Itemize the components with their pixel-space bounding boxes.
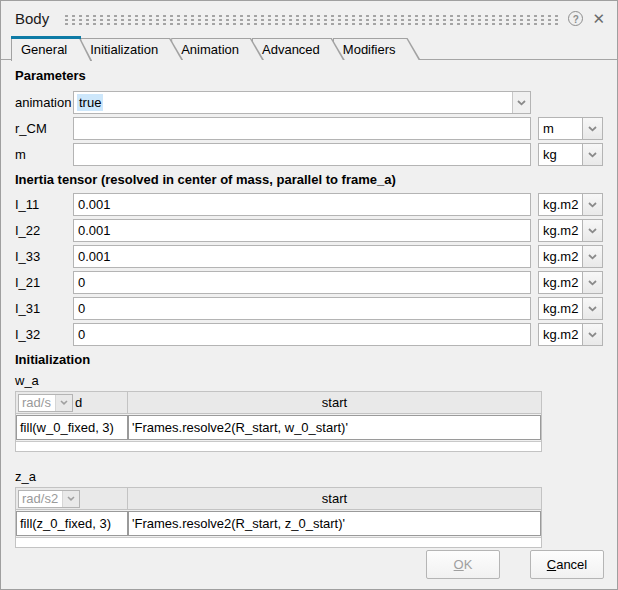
- dialog-button-bar: OK Cancel: [426, 550, 604, 579]
- chevron-down-icon[interactable]: [56, 395, 72, 411]
- param-row-I_31: I_31 kg.m2: [15, 297, 603, 320]
- array-label-z_a: z_a: [15, 469, 603, 484]
- unit-value: rad/s: [19, 395, 56, 411]
- I_33-input[interactable]: [73, 245, 531, 268]
- fixed-value-cell[interactable]: fill(z_0_fixed, 3): [16, 511, 128, 536]
- unit-combobox[interactable]: kg.m2: [538, 219, 603, 242]
- unit-value: kg.m2: [538, 245, 583, 268]
- param-label-r_CM: r_CM: [15, 121, 73, 136]
- chevron-down-icon[interactable]: [582, 143, 603, 166]
- unit-value: kg.m2: [538, 219, 583, 242]
- chevron-down-icon[interactable]: [582, 219, 603, 242]
- param-label-I_22: I_22: [15, 223, 73, 238]
- param-label-m: m: [15, 147, 73, 162]
- header-cell-fixed: rad/s2: [16, 488, 128, 509]
- param-label-I_31: I_31: [15, 301, 73, 316]
- fixed-value-cell[interactable]: fill(w_0_fixed, 3): [16, 415, 128, 440]
- r_CM-input[interactable]: [73, 117, 531, 140]
- chevron-down-icon[interactable]: [63, 491, 79, 507]
- drag-handle-dots[interactable]: [63, 13, 558, 25]
- selected-text: true: [77, 94, 103, 111]
- tab-general-content: Parameters animation true r_CM m m: [1, 60, 617, 548]
- section-heading-inertia: Inertia tensor (resolved in center of ma…: [15, 172, 603, 187]
- I_22-input[interactable]: [73, 219, 531, 242]
- section-heading-parameters: Parameters: [15, 68, 603, 83]
- chevron-down-icon[interactable]: [582, 245, 603, 268]
- array-label-w_a: w_a: [15, 373, 603, 388]
- ok-button[interactable]: OK: [426, 550, 500, 579]
- cancel-button-key: C: [547, 557, 556, 572]
- z_a-array-table: rad/s2 start fill(z_0_fixed, 3) 'Frames.…: [15, 487, 542, 548]
- param-label-I_33: I_33: [15, 249, 73, 264]
- chevron-down-icon[interactable]: [582, 117, 603, 140]
- param-row-I_33: I_33 kg.m2: [15, 245, 603, 268]
- empty-row-strip: [16, 537, 541, 547]
- unit-combobox[interactable]: kg.m2: [538, 323, 603, 346]
- animation-combobox[interactable]: true: [73, 91, 531, 114]
- tab-general[interactable]: General: [11, 36, 92, 61]
- unit-combobox[interactable]: kg.m2: [538, 193, 603, 216]
- chevron-down-icon[interactable]: [582, 323, 603, 346]
- tab-advanced[interactable]: Advanced: [252, 38, 345, 60]
- unit-value: kg.m2: [538, 323, 583, 346]
- array-table-row: fill(z_0_fixed, 3) 'Frames.resolve2(R_st…: [16, 510, 541, 537]
- ok-button-key: O: [454, 557, 464, 572]
- array-table-header: rad/s d start: [16, 392, 541, 414]
- combobox-value: true: [74, 92, 512, 113]
- param-row-r_CM: r_CM m: [15, 117, 603, 140]
- param-row-I_32: I_32 kg.m2: [15, 323, 603, 346]
- param-label-I_21: I_21: [15, 275, 73, 290]
- unit-combobox[interactable]: kg.m2: [538, 271, 603, 294]
- dialog-titlebar: Body ? ✕: [1, 1, 617, 35]
- ok-button-rest: K: [464, 557, 473, 572]
- titlebar-icons: ? ✕: [568, 11, 605, 26]
- unit-value: kg: [538, 143, 583, 166]
- param-label-I_32: I_32: [15, 327, 73, 342]
- start-value-cell[interactable]: 'Frames.resolve2(R_start, w_0_start)': [128, 415, 541, 440]
- I_11-input[interactable]: [73, 193, 531, 216]
- unit-combobox[interactable]: kg.m2: [538, 245, 603, 268]
- chevron-down-icon[interactable]: [582, 297, 603, 320]
- close-icon[interactable]: ✕: [592, 11, 605, 26]
- unit-combobox[interactable]: kg: [538, 143, 603, 166]
- section-heading-initialization: Initialization: [15, 352, 603, 367]
- tab-label: Advanced: [252, 38, 345, 57]
- start-value-cell[interactable]: 'Frames.resolve2(R_start, z_0_start)': [128, 511, 541, 536]
- w_a-array-table: rad/s d start fill(w_0_fixed, 3) 'Frames…: [15, 391, 542, 452]
- tab-bar: General Initialization Animation Advance…: [1, 35, 617, 60]
- cancel-button[interactable]: Cancel: [530, 550, 604, 579]
- param-row-I_21: I_21 kg.m2: [15, 271, 603, 294]
- unit-combobox[interactable]: m: [538, 117, 603, 140]
- unit-value: m: [538, 117, 583, 140]
- array-table-header: rad/s2 start: [16, 488, 541, 510]
- param-label-I_11: I_11: [15, 197, 73, 212]
- m-input[interactable]: [73, 143, 531, 166]
- I_32-input[interactable]: [73, 323, 531, 346]
- I_21-input[interactable]: [73, 271, 531, 294]
- chevron-down-icon[interactable]: [512, 92, 530, 113]
- help-icon[interactable]: ?: [568, 11, 583, 26]
- array-table-row: fill(w_0_fixed, 3) 'Frames.resolve2(R_st…: [16, 414, 541, 441]
- tab-initialization[interactable]: Initialization: [80, 38, 183, 60]
- tab-animation[interactable]: Animation: [171, 38, 264, 60]
- header-text-residual: d: [75, 395, 82, 410]
- unit-value: rad/s2: [19, 491, 63, 507]
- param-row-I_22: I_22 kg.m2: [15, 219, 603, 242]
- unit-combobox[interactable]: rad/s2: [18, 490, 80, 508]
- I_31-input[interactable]: [73, 297, 531, 320]
- tab-label: Animation: [171, 38, 264, 57]
- body-parameters-dialog: Body ? ✕ General Initialization Animatio…: [0, 0, 618, 590]
- dialog-title: Body: [15, 10, 49, 27]
- tab-modifiers[interactable]: Modifiers: [333, 38, 421, 60]
- unit-value: kg.m2: [538, 193, 583, 216]
- tab-label: Modifiers: [333, 38, 421, 57]
- unit-value: kg.m2: [538, 297, 583, 320]
- chevron-down-icon[interactable]: [582, 271, 603, 294]
- chevron-down-icon[interactable]: [582, 193, 603, 216]
- unit-combobox[interactable]: kg.m2: [538, 297, 603, 320]
- param-row-animation: animation true: [15, 91, 603, 114]
- header-cell-start: start: [128, 488, 541, 509]
- header-cell-start: start: [128, 392, 541, 413]
- unit-combobox[interactable]: rad/s: [18, 394, 73, 412]
- header-cell-fixed: rad/s d: [16, 392, 128, 413]
